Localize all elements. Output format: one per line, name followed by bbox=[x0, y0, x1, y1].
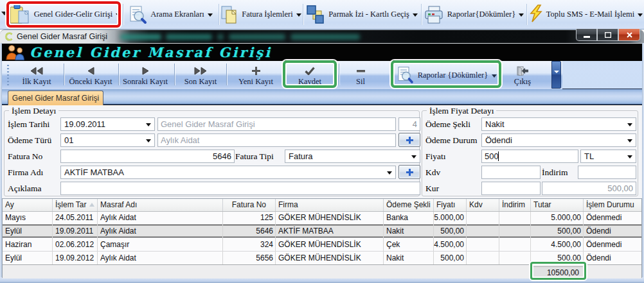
table-cell[interactable] bbox=[499, 238, 531, 251]
table-cell[interactable]: Aylık Aidat bbox=[98, 225, 223, 237]
add-firma-button[interactable] bbox=[398, 165, 420, 179]
table-cell[interactable]: Nakit bbox=[384, 225, 434, 237]
odeme-sekli-combo[interactable]: Nakit bbox=[481, 117, 636, 131]
minimize-button[interactable] bbox=[576, 29, 597, 41]
table-row[interactable]: Eylül 19.09.2012 Aylık Aidat 5656 GÖKER … bbox=[3, 252, 641, 265]
masraf-adi-input[interactable] bbox=[157, 117, 396, 131]
page-title: Genel Gider Masraf Girişi bbox=[30, 44, 272, 60]
delete-button[interactable]: Sil bbox=[337, 62, 384, 88]
column-header-islem-tar[interactable]: İşlem Tar bbox=[53, 199, 98, 211]
table-cell[interactable]: Haziran bbox=[3, 238, 53, 251]
exit-button[interactable]: Çıkış bbox=[498, 62, 547, 88]
toolbar-grip[interactable] bbox=[7, 65, 9, 85]
column-header-fiyati[interactable]: Fiyatı bbox=[434, 199, 467, 211]
save-button[interactable]: Kaydet bbox=[285, 62, 334, 88]
add-odeme-turu-button[interactable] bbox=[398, 133, 420, 147]
table-cell[interactable]: AKTİF MATBAA bbox=[276, 225, 384, 237]
column-header-masraf-adi[interactable]: Masraf Adı bbox=[98, 199, 223, 211]
odeme-turu-combo[interactable]: 01 bbox=[60, 133, 155, 147]
table-cell[interactable]: 02.06.2012 bbox=[53, 238, 98, 251]
table-cell[interactable]: Eylül bbox=[3, 252, 53, 264]
table-cell[interactable] bbox=[499, 212, 531, 225]
column-header-firma[interactable]: Firma bbox=[276, 199, 384, 211]
table-cell[interactable]: Ödendi bbox=[584, 252, 641, 264]
fatura-tipi-combo[interactable]: Fatura bbox=[285, 150, 420, 163]
table-cell[interactable]: 5646 bbox=[223, 225, 276, 237]
table-cell[interactable]: GÖKER MÜHENDİSLİK bbox=[276, 238, 384, 251]
table-cell[interactable]: Çamaşır bbox=[98, 238, 223, 251]
firma-adi-combo[interactable]: AKTİF MATBAA bbox=[60, 166, 396, 179]
table-cell[interactable]: Banka bbox=[384, 212, 434, 225]
table-cell[interactable]: Mayıs bbox=[3, 212, 53, 225]
new-record-button[interactable]: Yeni Kayıt bbox=[229, 62, 282, 88]
table-cell[interactable]: Aylık Aidat bbox=[98, 252, 223, 264]
table-cell[interactable] bbox=[467, 212, 499, 225]
table-cell[interactable]: Nakit bbox=[384, 252, 434, 264]
table-cell[interactable]: 24.05.2011 bbox=[53, 212, 98, 225]
currency-combo[interactable]: TL bbox=[580, 150, 636, 163]
column-header-kdv[interactable]: Kdv bbox=[467, 199, 499, 211]
next-record-button[interactable]: Sonraki Kayıt bbox=[119, 62, 172, 88]
menu-item-raporlar-dokumler[interactable]: Raporlar{Dökümler} bbox=[422, 1, 525, 28]
column-header-fatura-no[interactable]: Fatura No bbox=[223, 199, 276, 211]
close-button[interactable] bbox=[618, 29, 640, 41]
column-header-islem-durumu[interactable]: İşlem Durumu bbox=[584, 199, 641, 211]
exit-door-icon bbox=[517, 62, 529, 77]
table-cell[interactable] bbox=[467, 225, 499, 237]
table-cell[interactable] bbox=[467, 238, 499, 251]
table-cell[interactable] bbox=[467, 252, 499, 264]
kdv-input[interactable] bbox=[481, 166, 541, 179]
column-header-ay[interactable]: Ay bbox=[3, 199, 53, 211]
menu-item-toplu-sms-email[interactable]: Toplu SMS - E-Mail İşlemi bbox=[528, 1, 644, 28]
table-cell[interactable]: 500,00 bbox=[434, 225, 467, 237]
menu-item-fatura-islemleri[interactable]: Fatura İşlemleri bbox=[220, 1, 302, 28]
menubar-overflow-icon[interactable] bbox=[1, 12, 8, 15]
table-cell[interactable]: Eylül bbox=[3, 225, 53, 237]
table-row-selected[interactable]: Eylül 19.09.2011 Aylık Aidat 5646 AKTİF … bbox=[3, 225, 641, 238]
odeme-turu-adi-input[interactable] bbox=[157, 133, 396, 147]
table-cell[interactable]: 5.000,00 bbox=[434, 212, 467, 225]
kur-input[interactable] bbox=[481, 182, 541, 195]
table-cell[interactable]: 324 bbox=[223, 238, 276, 251]
aciklama-input[interactable] bbox=[60, 182, 420, 195]
chevron-down-icon bbox=[492, 74, 497, 78]
menu-item-parmak-izi-kartli-gecis[interactable]: Parmak İzi - Kartlı Geçiş bbox=[304, 1, 420, 28]
menu-item-arama-ekranlari[interactable]: Arama Ekranları bbox=[125, 1, 217, 28]
table-cell[interactable]: GÖKER MÜHENDİSLİK bbox=[276, 252, 384, 264]
islem-tarihi-combo[interactable]: 19.09.2011 bbox=[60, 117, 155, 131]
table-cell[interactable] bbox=[499, 252, 531, 264]
table-cell[interactable]: 500,00 bbox=[531, 225, 584, 237]
reports-button[interactable]: Raporlar {Dökümler} bbox=[395, 62, 499, 88]
table-cell[interactable] bbox=[499, 225, 531, 237]
last-record-button[interactable]: Son Kayıt bbox=[176, 62, 225, 88]
table-cell[interactable]: 500,00 bbox=[531, 252, 584, 264]
table-row[interactable]: Mayıs 24.05.2011 Aylık Aidat 125 GÖKER M… bbox=[3, 212, 641, 225]
table-cell[interactable]: 125 bbox=[223, 212, 276, 225]
table-cell[interactable]: 19.09.2011 bbox=[53, 225, 98, 237]
table-cell[interactable]: 5656 bbox=[223, 252, 276, 264]
table-cell[interactable]: Çek bbox=[384, 238, 434, 251]
odeme-durum-combo[interactable]: Ödendi bbox=[481, 133, 636, 147]
table-cell[interactable]: 19.09.2012 bbox=[53, 252, 98, 264]
previous-record-button[interactable]: Önceki Kayıt bbox=[65, 62, 116, 88]
table-cell[interactable]: 4.500,00 bbox=[531, 238, 584, 251]
table-cell[interactable]: Ödenmedi bbox=[584, 238, 641, 251]
first-record-button[interactable]: İlk Kayıt bbox=[10, 62, 63, 88]
fatura-no-input[interactable] bbox=[60, 150, 235, 163]
indirim-input[interactable] bbox=[578, 166, 636, 179]
column-header-tutar[interactable]: Tutar bbox=[531, 199, 584, 211]
table-row[interactable]: Haziran 02.06.2012 Çamaşır 324 GÖKER MÜH… bbox=[3, 238, 641, 252]
table-cell[interactable]: 5.000,00 bbox=[531, 212, 584, 225]
table-cell[interactable]: Ödenmedi bbox=[584, 212, 641, 225]
table-cell[interactable]: GÖKER MÜHENDİSLİK bbox=[276, 212, 384, 225]
table-cell[interactable]: 4.500,00 bbox=[434, 238, 467, 251]
table-cell[interactable]: Ödendi bbox=[584, 225, 641, 237]
menu-item-genel-gider-gelir-girisi[interactable]: Genel Gider-Gelir Girişi bbox=[9, 1, 120, 28]
toolbar-overflow-button[interactable] bbox=[551, 61, 561, 89]
maximize-button[interactable] bbox=[597, 29, 618, 41]
column-header-indirim[interactable]: İndirim bbox=[499, 199, 531, 211]
table-cell[interactable]: 500,00 bbox=[434, 252, 467, 264]
table-cell[interactable]: Aylık Aidat bbox=[98, 212, 223, 225]
fiyati-input[interactable] bbox=[481, 150, 578, 163]
column-header-odeme-sekli[interactable]: Ödeme Şekli bbox=[384, 199, 434, 211]
